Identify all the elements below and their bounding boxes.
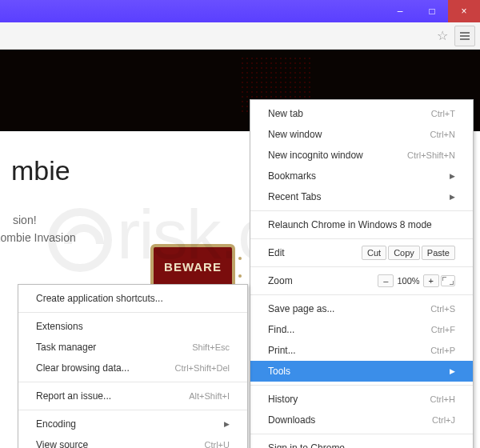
menu-shortcut: Ctrl+Shift+Del bbox=[175, 363, 230, 373]
main-menu-item-downloads[interactable]: DownloadsCtrl+J bbox=[250, 410, 473, 430]
menu-shortcut: Ctrl+N bbox=[430, 130, 455, 139]
menu-item-label: Downloads bbox=[268, 414, 413, 426]
window-titlebar: – □ × bbox=[0, 0, 480, 22]
submenu-arrow-icon: ▶ bbox=[450, 193, 455, 201]
submenu-arrow-icon: ▶ bbox=[450, 172, 455, 180]
menu-shortcut: Alt+Shift+I bbox=[189, 391, 230, 401]
submenu-arrow-icon: ▶ bbox=[224, 420, 230, 428]
main-menu-item-save-page-as[interactable]: Save page as...Ctrl+S bbox=[250, 298, 473, 319]
main-menu-item-tools[interactable]: Tools▶ bbox=[250, 361, 473, 382]
menu-item-label: Print... bbox=[268, 345, 411, 356]
main-menu-separator bbox=[250, 434, 473, 434]
main-menu-item-print[interactable]: Print...Ctrl+P bbox=[250, 340, 473, 361]
menu-shortcut: Ctrl+T bbox=[431, 109, 455, 118]
page-content: mbie sion! Zombie Invasion BEWARE risk.c… bbox=[0, 50, 480, 448]
fullscreen-button[interactable] bbox=[441, 275, 455, 286]
main-menu-separator bbox=[250, 294, 473, 295]
paste-button[interactable]: Paste bbox=[422, 246, 455, 260]
menu-item-label: Tools bbox=[268, 366, 430, 377]
main-menu-item-find[interactable]: Find...Ctrl+F bbox=[250, 319, 473, 340]
menu-item-label: Relaunch Chrome in Windows 8 mode bbox=[268, 219, 455, 230]
menu-item-label: Bookmarks bbox=[268, 170, 430, 182]
chrome-menu-button[interactable] bbox=[454, 26, 475, 46]
main-menu-separator bbox=[250, 266, 473, 267]
menu-shortcut: Ctrl+P bbox=[430, 346, 455, 355]
menu-item-label: View source bbox=[36, 439, 186, 448]
cut-button[interactable]: Cut bbox=[362, 246, 386, 260]
main-menu-item-relaunch-chrome-in-windows-8-mode[interactable]: Relaunch Chrome in Windows 8 mode bbox=[250, 214, 473, 235]
hamburger-icon bbox=[460, 35, 470, 37]
menu-item-label: History bbox=[268, 394, 411, 405]
menu-item-label: Edit bbox=[268, 247, 362, 258]
tools-menu-item-task-manager[interactable]: Task managerShift+Esc bbox=[18, 337, 247, 358]
menu-item-label: Create application shortcuts... bbox=[36, 293, 230, 304]
menu-shortcut: Ctrl+Shift+N bbox=[407, 150, 455, 160]
menu-shortcut: Ctrl+S bbox=[430, 304, 455, 314]
bookmark-star-icon[interactable]: ☆ bbox=[437, 28, 448, 43]
submenu-arrow-icon: ▶ bbox=[450, 367, 455, 375]
main-menu-separator bbox=[250, 238, 473, 239]
main-menu-item-bookmarks[interactable]: Bookmarks▶ bbox=[250, 166, 473, 186]
chrome-main-menu: New tabCtrl+TNew windowCtrl+NNew incogni… bbox=[250, 99, 474, 448]
menu-item-label: Report an issue... bbox=[36, 390, 170, 402]
menu-item-label: New incognito window bbox=[268, 150, 388, 161]
menu-item-label: Extensions bbox=[36, 321, 230, 332]
tools-menu-item-report-an-issue[interactable]: Report an issue...Alt+Shift+I bbox=[18, 386, 247, 406]
main-menu-item-new-window[interactable]: New windowCtrl+N bbox=[250, 124, 473, 145]
main-menu-item-new-incognito-window[interactable]: New incognito windowCtrl+Shift+N bbox=[250, 145, 473, 166]
tools-submenu: Create application shortcuts...Extension… bbox=[18, 284, 248, 448]
beware-sign: BEWARE bbox=[150, 244, 235, 289]
zoom-in-button[interactable]: + bbox=[423, 274, 439, 287]
edit-button-group: CutCopyPaste bbox=[362, 246, 455, 260]
menu-shortcut: Ctrl+H bbox=[430, 394, 455, 404]
minimize-button[interactable]: – bbox=[384, 0, 416, 22]
tools-menu-item-create-application-shortcuts[interactable]: Create application shortcuts... bbox=[18, 288, 247, 309]
menu-item-label: Zoom bbox=[268, 275, 378, 286]
main-menu-item-zoom[interactable]: Zoom–100%+ bbox=[250, 270, 473, 291]
main-menu-item-new-tab[interactable]: New tabCtrl+T bbox=[250, 103, 473, 124]
tools-menu-item-encoding[interactable]: Encoding▶ bbox=[18, 414, 247, 434]
menu-item-label: Clear browsing data... bbox=[36, 362, 156, 374]
menu-item-label: New tab bbox=[268, 108, 412, 119]
menu-item-label: Sign in to Chrome... bbox=[268, 442, 455, 448]
tools-menu-item-extensions[interactable]: Extensions bbox=[18, 316, 247, 337]
browser-toolbar: ☆ bbox=[0, 22, 480, 50]
menu-item-label: Find... bbox=[268, 324, 412, 335]
tools-menu-item-clear-browsing-data[interactable]: Clear browsing data...Ctrl+Shift+Del bbox=[18, 358, 247, 378]
menu-item-label: Recent Tabs bbox=[268, 191, 430, 202]
main-menu-item-sign-in-to-chrome[interactable]: Sign in to Chrome... bbox=[250, 438, 473, 448]
zoom-value: 100% bbox=[397, 276, 419, 286]
menu-item-label: Task manager bbox=[36, 342, 173, 353]
close-button[interactable]: × bbox=[448, 0, 480, 22]
main-menu-item-edit[interactable]: EditCutCopyPaste bbox=[250, 242, 473, 263]
menu-shortcut: Ctrl+J bbox=[432, 415, 455, 425]
tools-menu-separator bbox=[18, 410, 247, 410]
menu-item-label: Save page as... bbox=[268, 303, 411, 314]
copy-button[interactable]: Copy bbox=[388, 246, 420, 260]
maximize-button[interactable]: □ bbox=[416, 0, 448, 22]
zoom-out-button[interactable]: – bbox=[378, 274, 394, 287]
menu-shortcut: Ctrl+F bbox=[431, 325, 455, 334]
main-menu-separator bbox=[250, 385, 473, 386]
tools-menu-item-view-source[interactable]: View sourceCtrl+U bbox=[18, 434, 247, 448]
menu-item-label: Encoding bbox=[36, 418, 205, 430]
tools-menu-separator bbox=[18, 312, 247, 313]
tools-menu-separator bbox=[18, 382, 247, 382]
main-menu-item-recent-tabs[interactable]: Recent Tabs▶ bbox=[250, 186, 473, 207]
menu-shortcut: Ctrl+U bbox=[205, 440, 230, 448]
zoom-control-group: –100%+ bbox=[378, 274, 455, 287]
menu-item-label: New window bbox=[268, 129, 411, 140]
menu-shortcut: Shift+Esc bbox=[192, 342, 230, 352]
main-menu-separator bbox=[250, 210, 473, 211]
main-menu-item-history[interactable]: HistoryCtrl+H bbox=[250, 389, 473, 410]
